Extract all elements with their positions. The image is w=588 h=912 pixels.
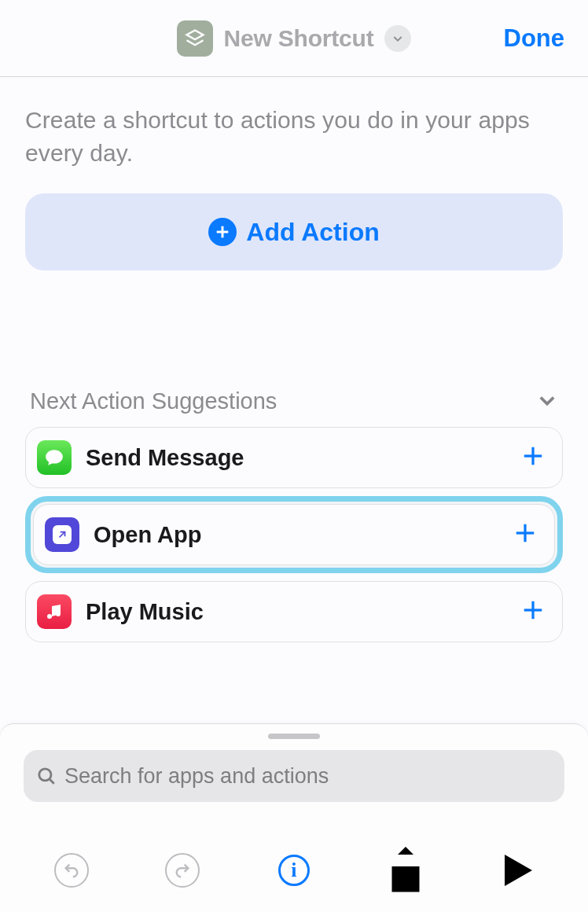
- suggestions-title: Next Action Suggestions: [30, 388, 277, 414]
- page-title: New Shortcut: [224, 25, 374, 52]
- svg-line-4: [60, 532, 65, 538]
- plus-icon[interactable]: [521, 598, 545, 625]
- main-content: Create a shortcut to actions you do in y…: [0, 77, 588, 642]
- suggestion-item-open-app-highlight: Open App: [25, 496, 563, 573]
- redo-icon: [165, 853, 200, 888]
- title-group[interactable]: New Shortcut: [177, 20, 412, 57]
- open-app-icon: [45, 517, 79, 552]
- play-button[interactable]: [493, 847, 540, 894]
- info-button[interactable]: i: [270, 847, 318, 894]
- add-action-label: Add Action: [246, 218, 379, 247]
- chevron-down-icon[interactable]: [384, 25, 411, 52]
- redo-button[interactable]: [159, 847, 206, 894]
- info-icon: i: [278, 855, 310, 886]
- suggestion-label: Send Message: [86, 445, 507, 471]
- search-icon: [36, 766, 57, 786]
- shortcut-icon: [177, 20, 213, 57]
- music-icon: [37, 594, 72, 629]
- add-action-button[interactable]: Add Action: [25, 193, 563, 270]
- plus-circle-icon: [208, 218, 237, 246]
- share-icon: [382, 843, 429, 898]
- suggestions-list: Send Message Open App Play Music: [25, 427, 563, 642]
- suggestions-header[interactable]: Next Action Suggestions: [25, 388, 563, 427]
- bottom-panel: i: [0, 723, 588, 912]
- suggestion-item-open-app[interactable]: Open App: [33, 504, 555, 565]
- search-input[interactable]: [64, 764, 552, 789]
- search-bar[interactable]: [24, 750, 564, 802]
- svg-marker-12: [505, 855, 532, 886]
- drag-handle[interactable]: [268, 734, 320, 739]
- suggestion-label: Play Music: [86, 599, 507, 625]
- play-icon: [493, 847, 540, 894]
- bottom-toolbar: i: [0, 843, 588, 898]
- plus-icon[interactable]: [521, 444, 545, 471]
- done-button[interactable]: Done: [504, 0, 565, 76]
- undo-icon: [54, 853, 89, 888]
- share-button[interactable]: [382, 847, 429, 894]
- suggestion-item-send-message[interactable]: Send Message: [25, 427, 563, 488]
- suggestions-section: Next Action Suggestions Send Message: [25, 388, 563, 642]
- plus-icon[interactable]: [513, 521, 537, 548]
- suggestion-item-play-music[interactable]: Play Music: [25, 581, 563, 642]
- intro-text: Create a shortcut to actions you do in y…: [25, 104, 563, 170]
- svg-line-10: [50, 779, 53, 783]
- header-bar: New Shortcut Done: [0, 0, 588, 77]
- undo-button[interactable]: [48, 847, 95, 894]
- chevron-down-icon[interactable]: [536, 389, 558, 414]
- messages-icon: [37, 440, 72, 475]
- svg-point-9: [39, 769, 51, 781]
- suggestion-label: Open App: [94, 522, 499, 548]
